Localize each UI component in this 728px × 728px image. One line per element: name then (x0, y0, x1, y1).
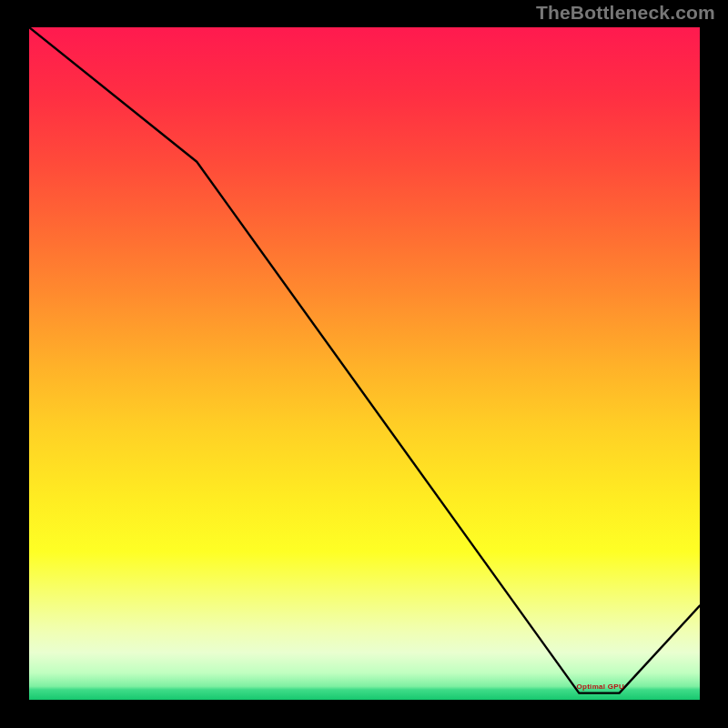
attribution-watermark: TheBottleneck.com (536, 2, 715, 24)
gradient-fill (29, 27, 700, 700)
optimal-gpu-annotation: Optimal GPU (576, 682, 624, 691)
plot-area: Optimal GPU (29, 27, 700, 700)
chart-svg (29, 27, 700, 700)
figure-root: TheBottleneck.com Optimal GPU (0, 0, 728, 728)
